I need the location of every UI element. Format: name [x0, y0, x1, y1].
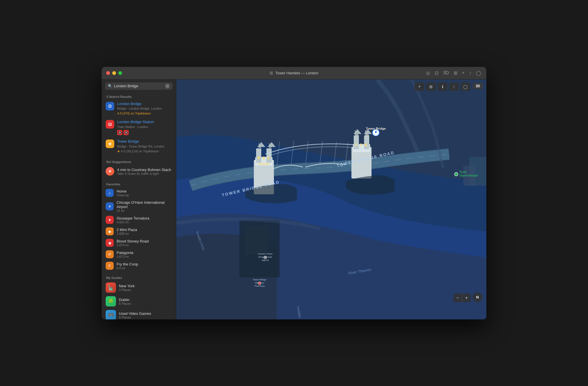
guide-name-new-york: New York: [119, 284, 172, 288]
svg-text:Tower Bridge: Tower Bridge: [253, 278, 266, 281]
search-results-label: 3 Search Results: [102, 93, 176, 100]
train-badge-1: 🚇: [117, 130, 122, 135]
fav-icon-chicago: ✈: [106, 202, 114, 210]
result-icon-station: [106, 120, 114, 129]
fav-sub-chicago: 13 mi: [117, 209, 172, 212]
guide-thumb-dublin: 🍀: [106, 296, 116, 307]
fav-info-2mint: 2 Mint Plaza 1,838 mi: [117, 228, 172, 235]
fav-name-frythecoop: Fry the Coop: [117, 262, 172, 266]
result-icon-london-bridge: [106, 102, 114, 110]
fav-info-bloodstoney: Blood Stoney Road 3,674 mi: [117, 239, 172, 247]
fav-sub-frythecoop: 8.0 mi: [117, 266, 172, 270]
add-button[interactable]: +: [461, 70, 465, 76]
search-input[interactable]: [114, 84, 163, 88]
result-london-bridge[interactable]: London Bridge Bridge · London Bridge, Lo…: [102, 100, 176, 118]
zoom-out-button[interactable]: −: [453, 294, 462, 302]
fav-home[interactable]: ⌂ Home Close by: [102, 187, 176, 199]
guide-sub-dublin: 6 Places: [119, 302, 172, 305]
result-london-bridge-station[interactable]: London Bridge Station Train Station · Lo…: [102, 118, 176, 137]
info-button[interactable]: ℹ: [438, 82, 447, 91]
guide-info-new-york: New York 3 Places: [119, 284, 172, 292]
titlebar-actions: ◎ ⊡ 3D ⊞ + ↑ ◯: [425, 70, 482, 76]
window-icon: ⊞: [270, 71, 273, 75]
zoom-in-button[interactable]: +: [462, 294, 471, 302]
guide-thumb-icon-ny: 🗽: [106, 282, 116, 293]
map-type-button[interactable]: ⊡: [434, 70, 439, 76]
svg-rect-30: [267, 156, 270, 159]
svg-text:Tower Bridge: Tower Bridge: [366, 127, 386, 130]
traffic-lights: [106, 71, 122, 75]
result-info-london-bridge: London Bridge Bridge · London Bridge, Lo…: [117, 102, 172, 116]
siri-name-courtney: 4 min to Courtney Bohnen Stach: [117, 168, 172, 172]
fav-sub-patagonia: 3,673 mi: [117, 255, 172, 258]
fav-icon-patagonia: P: [106, 250, 114, 258]
window-title: Tower Hamlets — London: [275, 71, 318, 75]
fav-icon-2mint: ◆: [106, 227, 114, 235]
fav-patagonia[interactable]: P Patagonia 3,673 mi: [102, 249, 176, 260]
profile-button[interactable]: ◯: [475, 70, 482, 76]
guide-name-dublin: Dublin: [119, 298, 172, 302]
3d-map-button[interactable]: 3D: [473, 83, 483, 89]
sidebar: 🔍 ✕ 3 Search Results London Bridge Bridg…: [102, 79, 176, 319]
map-svg: TOWER BRIDGE RD ST KATHARINE'S WAY THAME…: [176, 79, 486, 319]
svg-text:Pharmacy: Pharmacy: [254, 285, 265, 287]
fav-info-patagonia: Patagonia 3,673 mi: [117, 251, 172, 258]
guide-info-video: Used Video Games 5 Places: [119, 311, 172, 319]
svg-text:Tesla: Tesla: [459, 170, 467, 174]
svg-text:Wellness: Wellness: [255, 282, 264, 284]
svg-point-57: [454, 172, 458, 176]
result-tower-bridge[interactable]: Tower Bridge Bridge · Tower Bridge Rd, L…: [102, 137, 176, 156]
svg-rect-28: [258, 156, 260, 159]
content-area: 🔍 ✕ 3 Search Results London Bridge Bridg…: [102, 79, 486, 319]
share-map-button[interactable]: ↑: [449, 82, 459, 91]
fav-2mint[interactable]: ◆ 2 Mint Plaza 1,838 mi: [102, 226, 176, 237]
fav-info-giuseppe: Giuseppe Tornatora 4,822 mi: [117, 216, 172, 224]
location-button[interactable]: ◎: [425, 70, 431, 76]
fav-giuseppe[interactable]: ♥ Giuseppe Tornatora 4,822 mi: [102, 214, 176, 226]
fav-name-giuseppe: Giuseppe Tornatora: [117, 216, 172, 220]
fav-name-home: Home: [117, 189, 172, 193]
app-window: ⊞ Tower Hamlets — London ◎ ⊡ 3D ⊞ + ↑ ◯ …: [102, 67, 486, 319]
close-button[interactable]: [106, 71, 110, 75]
titlebar: ⊞ Tower Hamlets — London ◎ ⊡ 3D ⊞ + ↑ ◯: [102, 67, 486, 79]
result-sub-london-bridge: Bridge · London Bridge, London: [117, 106, 172, 111]
result-rating-tower-bridge: ★ 4.5 (39,114) on TripAdvisor: [117, 149, 172, 154]
map-area[interactable]: TOWER BRIDGE RD ST KATHARINE'S WAY THAME…: [176, 79, 486, 319]
favorites-label: Favorites: [102, 180, 176, 187]
svg-rect-22: [256, 148, 261, 163]
siri-suggestions-label: Siri Suggestions: [102, 158, 176, 165]
svg-rect-19: [245, 226, 268, 255]
guide-new-york[interactable]: 🗽 New York 3 Places: [102, 281, 176, 294]
siri-sub-courtney: Take S Grant St, traffic is light: [117, 172, 172, 175]
search-clear-button[interactable]: ✕: [165, 84, 170, 88]
fav-chicago[interactable]: ✈ Chicago O'Hare International Airport 1…: [102, 199, 176, 214]
guide-info-dublin: Dublin 6 Places: [119, 298, 172, 305]
siri-icon: [106, 167, 114, 176]
compass-button[interactable]: N: [473, 292, 482, 302]
guide-name-video: Used Video Games: [119, 311, 172, 316]
train-badge-2: 🚇: [123, 130, 129, 135]
svg-rect-29: [262, 156, 265, 159]
zoom-controls: − +: [453, 294, 471, 302]
guide-dublin[interactable]: 🍀 Dublin 6 Places: [102, 294, 176, 308]
fav-frythecoop[interactable]: F Fry the Coop 8.0 mi: [102, 260, 176, 271]
minimize-button[interactable]: [112, 71, 116, 75]
top-controls: ⌖ ⊞ ℹ ↑ ◯: [415, 82, 470, 91]
svg-text:Supercharger: Supercharger: [459, 174, 478, 177]
fav-info-home: Home Close by: [117, 189, 172, 197]
3d-titlebar-button[interactable]: 3D: [442, 70, 449, 76]
location-arrow-button[interactable]: ⌖: [415, 82, 424, 91]
maximize-button[interactable]: [118, 71, 122, 75]
layers-button[interactable]: ⊞: [453, 70, 458, 76]
siri-suggestion-courtney[interactable]: 4 min to Courtney Bohnen Stach Take S Gr…: [102, 165, 176, 178]
result-info-station: London Bridge Station Train Station · Lo…: [117, 120, 172, 135]
result-icon-tower-bridge: [106, 139, 114, 148]
share-button[interactable]: ↑: [469, 70, 472, 76]
fav-info-frythecoop: Fry the Coop 8.0 mi: [117, 262, 172, 270]
map-grid-button[interactable]: ⊞: [426, 82, 436, 91]
result-sub-tower-bridge: Bridge · Tower Bridge Rd, London: [117, 144, 172, 149]
guide-used-video-games[interactable]: 🎮 Used Video Games 5 Places: [102, 308, 176, 319]
fav-bloodstoney[interactable]: ◉ Blood Stoney Road 3,674 mi: [102, 237, 176, 249]
user-map-button[interactable]: ◯: [461, 82, 470, 91]
guide-thumb-new-york: 🗽: [106, 282, 116, 293]
